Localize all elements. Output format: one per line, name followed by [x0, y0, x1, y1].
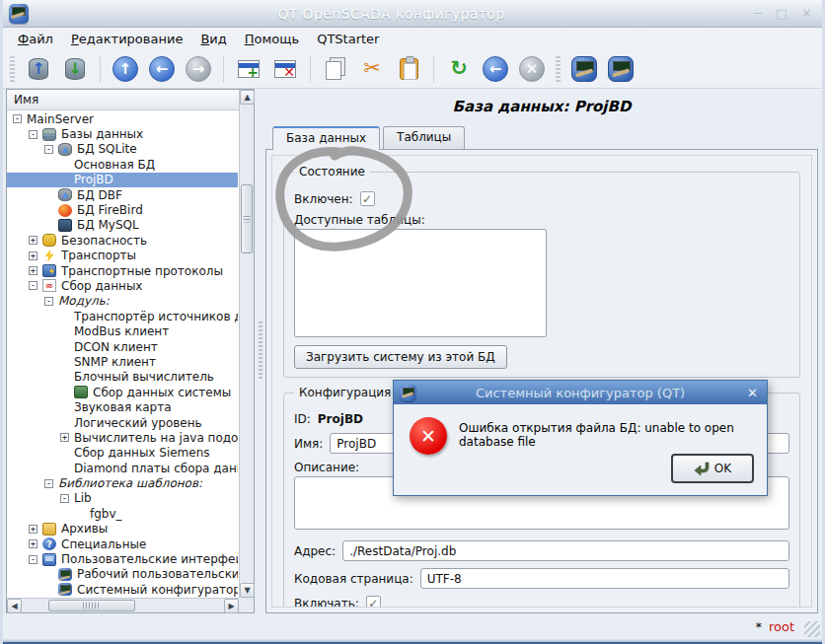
- collapse-icon[interactable]: -: [29, 130, 38, 139]
- vertical-scroll-thumb[interactable]: [241, 184, 253, 253]
- scroll-right-icon[interactable]: ▶: [224, 599, 239, 613]
- scroll-left-icon[interactable]: ◀: [7, 599, 22, 613]
- forward-button[interactable]: →: [183, 53, 214, 85]
- ok-button[interactable]: OK: [671, 454, 754, 483]
- tree-item--[interactable]: +Архивы: [7, 522, 238, 537]
- enabled-checkbox[interactable]: [360, 191, 375, 206]
- load-system-button[interactable]: Загрузить систему из этой БД: [294, 345, 507, 369]
- tree-item--[interactable]: Блочный вычислитель: [7, 370, 238, 385]
- tree-item--[interactable]: Звуковая карта: [7, 399, 238, 414]
- maximize-button[interactable]: □: [776, 6, 788, 21]
- expand-icon[interactable]: +: [29, 236, 38, 245]
- expand-icon[interactable]: +: [29, 251, 38, 260]
- tab-database[interactable]: База данных: [272, 126, 380, 150]
- tree-item--siemens[interactable]: Сбор данных Siemens: [7, 446, 238, 461]
- toolbar-grip[interactable]: [10, 56, 15, 82]
- up-level-icon: ↑: [112, 56, 138, 82]
- tree-item--[interactable]: -Библиотека шаблонов:: [7, 475, 238, 490]
- tree-item--[interactable]: +Транспорты: [7, 249, 238, 263]
- tree-header[interactable]: Имя: [7, 90, 254, 110]
- tree-item--[interactable]: +Транспортные протоколы: [7, 263, 238, 278]
- copy-button[interactable]: [320, 53, 351, 85]
- tree-item-lib[interactable]: -Lib: [7, 491, 238, 506]
- enable-checkbox[interactable]: [366, 596, 381, 608]
- close-button[interactable]: ✕: [801, 6, 812, 21]
- tree-item--qt-[interactable]: Системный конфигуратор (QT): [7, 582, 238, 597]
- back-button[interactable]: ←: [146, 53, 178, 85]
- save-to-db-button[interactable]: ↓: [59, 53, 91, 85]
- horizontal-scroll-thumb[interactable]: [48, 600, 135, 611]
- tree-item--dbf[interactable]: БД DBF: [7, 187, 238, 202]
- tree-item--[interactable]: -Модуль:: [7, 294, 238, 309]
- tree-vertical-scrollbar[interactable]: ▲ ▼: [239, 90, 254, 598]
- menu-item-4[interactable]: QTStarter: [308, 30, 388, 48]
- menu-item-3[interactable]: Помощь: [236, 30, 308, 48]
- config-panel: База данных: ProjBD База данных Таблицы …: [265, 89, 818, 613]
- stop-button[interactable]: ✕: [516, 53, 548, 85]
- tree-item--[interactable]: Транспортёр источников данных: [7, 309, 238, 323]
- collapse-icon[interactable]: -: [44, 297, 53, 306]
- splitter-handle[interactable]: [255, 89, 265, 613]
- qtstarter-workspace-button[interactable]: [568, 53, 600, 85]
- tree-item-mainserver[interactable]: -MainServer: [7, 111, 238, 126]
- tab-tables[interactable]: Таблицы: [383, 126, 465, 149]
- expand-icon[interactable]: +: [29, 266, 38, 275]
- tree-item--[interactable]: +Специальные: [7, 537, 238, 551]
- collapse-icon[interactable]: -: [44, 145, 53, 154]
- remove-item-button[interactable]: ✕: [269, 53, 301, 85]
- tree-item--sqlite[interactable]: -БД SQLite: [7, 142, 238, 157]
- address-input[interactable]: [342, 540, 789, 561]
- tree-item--[interactable]: +Безопасность: [7, 233, 238, 248]
- expand-icon[interactable]: +: [60, 433, 69, 442]
- scroll-down-icon[interactable]: ▼: [240, 583, 255, 598]
- tree-item-projbd[interactable]: ProjBD: [7, 173, 238, 187]
- codepage-input[interactable]: [420, 568, 789, 589]
- collapse-icon[interactable]: -: [29, 555, 38, 564]
- load-from-db-button[interactable]: ↑: [23, 53, 54, 85]
- expand-icon[interactable]: +: [29, 525, 38, 534]
- tree-item--qt-[interactable]: Рабочий пользовательский интерфейс (QT): [7, 567, 238, 582]
- tree-item--firebird[interactable]: БД FireBird: [7, 202, 238, 217]
- cut-button[interactable]: ✂: [356, 53, 388, 85]
- tree-item-label: Системный конфигуратор (QT): [77, 583, 238, 597]
- collapse-icon[interactable]: -: [13, 114, 22, 123]
- tree-item--java-[interactable]: +Вычислитель на java подобном языке: [7, 430, 238, 445]
- scroll-up-icon[interactable]: ▲: [240, 90, 255, 105]
- tree-item-modbus-[interactable]: ModBus клиент: [7, 323, 238, 338]
- status-star: *: [755, 619, 762, 634]
- menu-item-1[interactable]: Редактирование: [62, 30, 191, 48]
- daq-icon: [42, 279, 56, 292]
- dialog-titlebar[interactable]: Системный конфигуратор (QT) ✕: [394, 381, 767, 404]
- collapse-icon[interactable]: -: [29, 281, 38, 290]
- tree-item--[interactable]: Логический уровень: [7, 415, 238, 430]
- available-tables-list[interactable]: [294, 229, 547, 337]
- tree-item--[interactable]: Сбор данных системы: [7, 385, 238, 399]
- paste-button[interactable]: [393, 53, 424, 85]
- tree-item--[interactable]: -Сбор данных: [7, 278, 238, 293]
- minimize-button[interactable]: ─: [754, 6, 762, 21]
- tree-item--[interactable]: -Базы данных: [7, 126, 238, 141]
- tree-item-fgbv-[interactable]: fgbv_: [7, 506, 238, 521]
- menu-item-0[interactable]: Файл: [9, 30, 62, 48]
- window-title: QT OpenSCADA конфигуратор: [29, 6, 754, 22]
- qtstarter-config-button[interactable]: [605, 53, 637, 85]
- tree-item-dcon-[interactable]: DCON клиент: [7, 339, 238, 354]
- up-level-button[interactable]: ↑: [110, 53, 141, 85]
- tree-item-diamond-[interactable]: Diamond платы сбора данных: [7, 461, 238, 475]
- add-item-button[interactable]: +: [233, 53, 264, 85]
- tree-horizontal-scrollbar[interactable]: ◀ ▶: [7, 598, 239, 612]
- tree-item--mysql[interactable]: БД MySQL: [7, 218, 238, 233]
- tree-item--[interactable]: -Пользовательские интерфейсы: [7, 551, 238, 566]
- tree-item-snmp-[interactable]: SNMP клиент: [7, 354, 238, 369]
- dialog-close-icon[interactable]: ✕: [744, 386, 761, 400]
- collapse-icon[interactable]: -: [44, 479, 53, 488]
- menu-item-2[interactable]: Вид: [191, 30, 235, 48]
- start-button[interactable]: ←: [480, 53, 511, 85]
- expand-icon[interactable]: +: [29, 539, 38, 548]
- resize-grip[interactable]: [804, 621, 820, 637]
- collapse-icon[interactable]: -: [60, 494, 69, 503]
- tree-item--[interactable]: Основная БД: [7, 157, 238, 172]
- refresh-button[interactable]: ↻: [443, 53, 475, 85]
- toolbar-grip[interactable]: [556, 56, 561, 82]
- titlebar[interactable]: QT OpenSCADA конфигуратор ─ □ ✕: [3, 0, 822, 28]
